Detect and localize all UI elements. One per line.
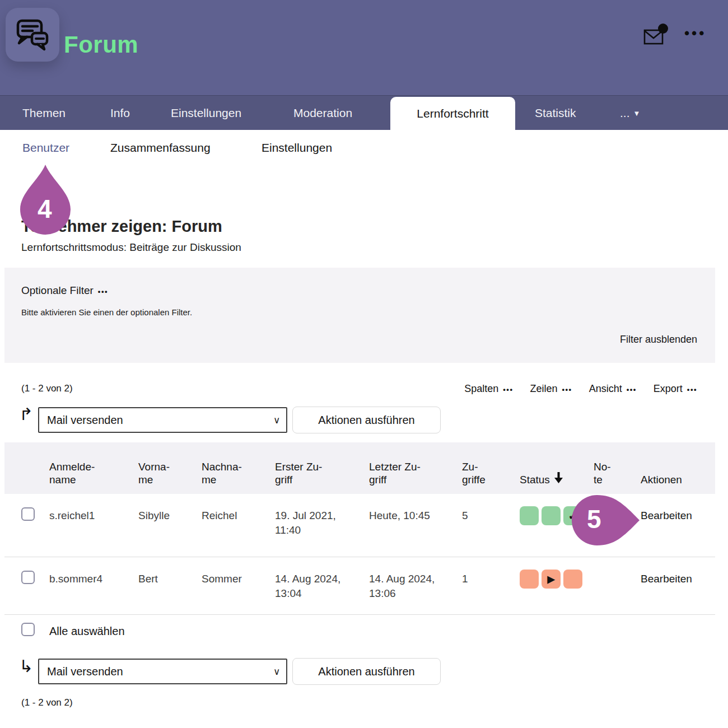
cell-lastname: Sommer — [202, 557, 275, 614]
forum-chat-icon — [6, 8, 59, 62]
status-in-progress-bar: ▶ — [520, 557, 594, 589]
filter-panel: Optionale Filter••• Bitte aktivieren Sie… — [4, 268, 715, 363]
status-completed-bar: ✓ — [520, 494, 594, 525]
status-segment — [542, 506, 561, 525]
cell-last-access: Heute, 10:45 — [369, 494, 462, 557]
columns-menu[interactable]: Spalten••• — [464, 383, 513, 395]
tab-info[interactable]: Info — [110, 96, 130, 130]
cell-login: s.reichel1 — [49, 494, 138, 557]
select-all-label: Alle auswählen — [49, 625, 125, 638]
execute-actions-button-top[interactable]: Aktionen ausführen — [292, 407, 441, 433]
header-nachname[interactable]: Nachna- me — [202, 442, 275, 494]
table-row: s.reichel1 Sibylle Reichel 19. Jul 2021,… — [4, 494, 715, 557]
apply-to-selection-arrow-bottom-icon: ↳ — [19, 656, 33, 676]
select-all-row: Alle auswählen — [4, 620, 715, 648]
result-count-top: (1 - 2 von 2) — [21, 383, 73, 394]
header-vorname[interactable]: Vorna- me — [138, 442, 202, 494]
cell-grade — [594, 494, 641, 557]
cell-lastname: Reichel — [202, 494, 275, 557]
page-title: Teilnehmer zeigen: Forum — [21, 217, 222, 236]
bulk-action-select-bottom[interactable]: Mail versenden — [38, 659, 287, 684]
edit-link[interactable]: Bearbeiten — [641, 557, 715, 614]
header-note: No- te — [594, 442, 641, 494]
cell-firstname: Bert — [138, 557, 202, 614]
filter-title: Optionale Filter••• — [21, 284, 108, 297]
view-menu[interactable]: Ansicht••• — [589, 383, 637, 395]
tab-moderation[interactable]: Moderation — [293, 96, 352, 130]
mail-notification-badge — [658, 24, 668, 34]
tab-statistik[interactable]: Statistik — [535, 96, 576, 130]
view-menu-dots-icon: ••• — [627, 385, 637, 394]
overflow-menu-icon[interactable]: ••• — [684, 25, 706, 42]
cell-firstname: Sibylle — [138, 494, 202, 557]
header-checkbox-col — [4, 442, 49, 494]
export-menu[interactable]: Export••• — [654, 383, 697, 395]
tab-more[interactable]: ...▼ — [620, 96, 640, 130]
status-play-icon: ▶ — [542, 570, 561, 589]
page-subtitle: Lernfortschrittsmodus: Beiträge zur Disk… — [21, 241, 241, 254]
cell-login: b.sommer4 — [49, 557, 138, 614]
status-segment — [563, 570, 582, 589]
subtab-einstellungen[interactable]: Einstellungen — [262, 141, 332, 155]
select-all-checkbox[interactable] — [21, 623, 35, 636]
row-checkbox[interactable] — [21, 571, 35, 584]
screen: Forum ••• Themen Info Einstellungen Mode… — [0, 0, 728, 728]
table-menus: Spalten••• Zeilen••• Ansicht••• Export••… — [464, 383, 697, 395]
cell-first-access: 19. Jul 2021, 11:40 — [275, 494, 369, 557]
filter-menu-dots-icon[interactable]: ••• — [98, 287, 108, 296]
hide-filter-link[interactable]: Filter ausblenden — [620, 334, 697, 346]
sort-desc-icon — [554, 459, 563, 487]
header-zugriffe[interactable]: Zu- griffe — [462, 442, 520, 494]
app-banner: Forum ••• — [0, 0, 728, 95]
export-menu-dots-icon: ••• — [687, 385, 697, 394]
participants-table: Anmelde- name Vorna- me Nachna- me Erste… — [4, 442, 715, 615]
columns-menu-dots-icon: ••• — [503, 385, 513, 394]
table-header-row: Anmelde- name Vorna- me Nachna- me Erste… — [4, 442, 715, 494]
tab-einstellungen[interactable]: Einstellungen — [171, 96, 241, 130]
forum-app-tile — [6, 8, 59, 62]
chevron-down-icon: ▼ — [633, 109, 641, 118]
cell-first-access: 14. Aug 2024, 13:04 — [275, 557, 369, 614]
row-checkbox[interactable] — [21, 507, 35, 521]
tab-lernfortschritt[interactable]: Lernfortschritt — [390, 97, 515, 132]
bulk-action-select-top[interactable]: Mail versenden — [38, 407, 287, 433]
tab-themen[interactable]: Themen — [22, 96, 66, 130]
main-tabbar: Themen Info Einstellungen Moderation Ler… — [0, 95, 728, 130]
filter-hint: Bitte aktivieren Sie einen der optionale… — [21, 307, 192, 317]
execute-actions-button-bottom[interactable]: Aktionen ausführen — [292, 658, 441, 685]
apply-to-selection-arrow-top-icon: ↱ — [19, 404, 33, 424]
cell-last-access: 14. Aug 2024, 13:06 — [369, 557, 462, 614]
header-status[interactable]: Status — [520, 442, 594, 494]
header-anmeldename[interactable]: Anmelde- name — [49, 442, 138, 494]
cell-accesses: 1 — [462, 557, 520, 614]
rows-menu[interactable]: Zeilen••• — [530, 383, 572, 395]
cell-accesses: 5 — [462, 494, 520, 557]
subtab-zusammenfassung[interactable]: Zusammenfassung — [110, 141, 211, 155]
cell-grade — [594, 557, 641, 614]
header-erster-zugriff[interactable]: Erster Zu- griff — [275, 442, 369, 494]
subtab-benutzer[interactable]: Benutzer — [22, 141, 69, 155]
status-segment — [520, 506, 539, 525]
status-check-icon: ✓ — [563, 506, 582, 525]
rows-menu-dots-icon: ••• — [562, 385, 572, 394]
header-letzter-zugriff[interactable]: Letzter Zu- griff — [369, 442, 462, 494]
result-count-bottom: (1 - 2 von 2) — [21, 697, 73, 708]
status-segment — [520, 570, 539, 589]
page-app-title: Forum — [64, 31, 138, 58]
mail-icon[interactable] — [643, 24, 670, 48]
header-aktionen: Aktionen — [641, 442, 715, 494]
table-row: b.sommer4 Bert Sommer 14. Aug 2024, 13:0… — [4, 557, 715, 615]
edit-link[interactable]: Bearbeiten — [641, 494, 715, 557]
